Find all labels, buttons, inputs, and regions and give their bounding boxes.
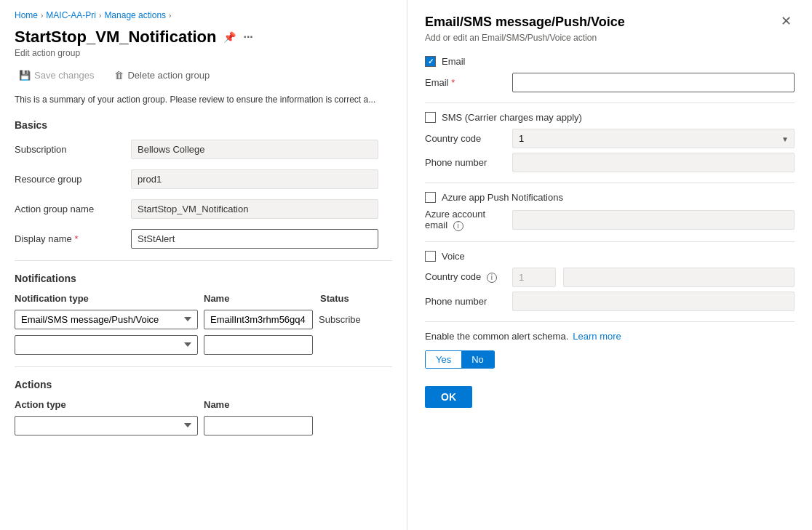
action-col-name: Name	[204, 399, 313, 410]
notif-col-type: Notification type	[15, 293, 204, 304]
save-button[interactable]: 💾 Save changes	[15, 67, 98, 84]
sms-phone-row: Phone number	[425, 153, 795, 172]
email-checkbox[interactable]: ✓	[425, 56, 436, 67]
notif-col-status: Status	[320, 293, 392, 304]
close-button[interactable]: ✕	[778, 15, 795, 28]
email-check-mark: ✓	[428, 57, 434, 65]
notification-type-select-2[interactable]	[15, 335, 198, 355]
display-name-required: *	[74, 233, 78, 244]
action-name-input-1[interactable]	[204, 416, 313, 435]
subscription-label: Subscription	[15, 144, 131, 155]
display-name-label: Display name *	[15, 233, 131, 244]
notifications-table: Notification type Name Status Email/SMS …	[15, 293, 392, 355]
azure-push-checkbox[interactable]	[425, 192, 436, 203]
notification-status-1: Subscribe	[319, 314, 392, 325]
azure-push-checkbox-label: Azure app Push Notifications	[442, 192, 563, 203]
resource-group-label: Resource group	[15, 174, 131, 185]
sms-country-code-label: Country code	[425, 133, 505, 144]
email-section: ✓ Email Email *	[425, 56, 795, 92]
sms-country-code-select[interactable]: 1	[512, 129, 795, 148]
delete-button[interactable]: 🗑 Delete action group	[110, 67, 214, 84]
voice-country-code-row: Country code i	[425, 268, 795, 287]
sms-checkbox[interactable]	[425, 112, 436, 123]
breadcrumb-home[interactable]: Home	[15, 10, 38, 20]
azure-push-email-input[interactable]	[512, 210, 795, 230]
voice-country-code-info-icon[interactable]: i	[487, 273, 497, 283]
email-checkbox-row: ✓ Email	[425, 56, 795, 67]
page-subtitle: Edit action group	[15, 48, 392, 58]
actions-section-title: Actions	[15, 379, 392, 390]
notifications-section-title: Notifications	[15, 273, 392, 284]
more-icon[interactable]: ···	[243, 31, 252, 44]
email-field-row: Email *	[425, 73, 795, 92]
sms-checkbox-label: SMS (Carrier charges may apply)	[442, 112, 582, 123]
azure-push-info-icon[interactable]: i	[453, 221, 463, 231]
page-title: StartStop_VM_Notification 📌 ···	[15, 28, 392, 47]
action-group-name-label: Action group name	[15, 204, 131, 214]
sms-section: SMS (Carrier charges may apply) Country …	[425, 112, 795, 172]
display-name-row: Display name *	[15, 229, 392, 249]
breadcrumb-maic[interactable]: MAIC-AA-Pri	[46, 10, 96, 20]
notification-type-select-1[interactable]: Email/SMS message/Push/Voice	[15, 310, 198, 329]
ok-button[interactable]: OK	[425, 386, 472, 408]
actions-header: Action type Name	[15, 399, 392, 410]
notification-row-2	[15, 335, 392, 355]
breadcrumb-chevron-1: ›	[41, 12, 43, 20]
right-panel: Email/SMS message/Push/Voice ✕ Add or ed…	[407, 0, 812, 530]
panel-header: Email/SMS message/Push/Voice ✕	[425, 15, 795, 30]
voice-checkbox-label: Voice	[442, 251, 465, 262]
email-input[interactable]	[512, 73, 795, 92]
info-banner: This is a summary of your action group. …	[15, 94, 392, 106]
basics-section-title: Basics	[15, 119, 392, 131]
save-label: Save changes	[34, 70, 94, 81]
notification-name-input-1[interactable]	[204, 310, 313, 329]
action-type-select-1[interactable]	[15, 416, 198, 435]
notif-col-name: Name	[204, 293, 320, 304]
learn-more-link[interactable]: Learn more	[573, 331, 621, 342]
voice-checkbox[interactable]	[425, 251, 436, 262]
page-title-text: StartStop_VM_Notification	[15, 28, 216, 47]
pin-icon[interactable]: 📌	[223, 31, 236, 43]
display-name-input[interactable]	[131, 229, 378, 249]
toggle-no[interactable]: No	[461, 351, 494, 368]
sms-separator	[425, 182, 795, 183]
azure-push-email-row: Azure account email i	[425, 209, 795, 231]
actions-section: Actions Action type Name	[15, 379, 392, 435]
resource-group-value: prod1	[131, 169, 378, 189]
subscription-value: Bellows College	[131, 140, 378, 159]
schema-text: Enable the common alert schema.	[425, 331, 568, 342]
subscription-row: Subscription Bellows College	[15, 140, 392, 159]
breadcrumb-manage-actions[interactable]: Manage actions	[104, 10, 166, 20]
azure-push-email-label: Azure account email i	[425, 209, 505, 231]
action-row-1	[15, 416, 392, 435]
toolbar: 💾 Save changes 🗑 Delete action group	[15, 67, 392, 84]
ok-button-container: OK	[425, 379, 795, 408]
panel-subtitle: Add or edit an Email/SMS/Push/Voice acti…	[425, 33, 795, 43]
delete-label: Delete action group	[127, 70, 210, 81]
azure-push-section: Azure app Push Notifications Azure accou…	[425, 192, 795, 231]
notifications-header: Notification type Name Status	[15, 293, 392, 304]
voice-checkbox-row: Voice	[425, 251, 795, 262]
sms-checkbox-row: SMS (Carrier charges may apply)	[425, 112, 795, 123]
breadcrumb-chevron-3: ›	[169, 12, 171, 20]
toggle-yes[interactable]: Yes	[426, 351, 461, 368]
schema-row: Enable the common alert schema. Learn mo…	[425, 331, 795, 342]
basics-divider	[15, 260, 392, 261]
delete-icon: 🗑	[114, 70, 124, 81]
azure-push-checkbox-row: Azure app Push Notifications	[425, 192, 795, 203]
sms-country-code-wrapper: 1 ▼	[512, 129, 795, 148]
save-icon: 💾	[19, 70, 31, 81]
sms-phone-input[interactable]	[512, 153, 795, 172]
azure-push-separator	[425, 241, 795, 242]
notification-row-1: Email/SMS message/Push/Voice Subscribe	[15, 310, 392, 329]
sms-phone-label: Phone number	[425, 157, 505, 168]
breadcrumb-chevron-2: ›	[99, 12, 101, 20]
voice-country-code-input	[512, 268, 556, 287]
voice-section: Voice Country code i Phone number	[425, 251, 795, 311]
voice-country-code-label: Country code i	[425, 271, 505, 283]
notification-name-input-2[interactable]	[204, 335, 313, 355]
resource-group-row: Resource group prod1	[15, 169, 392, 189]
email-separator	[425, 103, 795, 103]
action-group-name-value: StartStop_VM_Notification	[131, 199, 378, 219]
voice-phone-input[interactable]	[512, 292, 795, 311]
